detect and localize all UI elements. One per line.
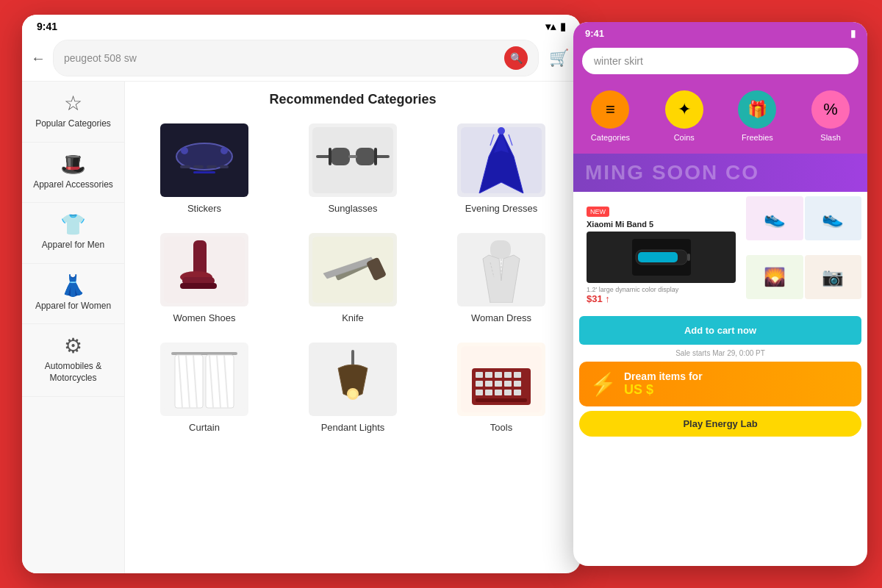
sidebar-item-men[interactable]: 👕 Apparel for Men	[22, 203, 124, 264]
sidebar-item-popular[interactable]: ☆ Popular Categories	[22, 82, 124, 143]
category-evening-dresses[interactable]: Evening Dresses	[428, 115, 575, 223]
svg-rect-58	[476, 381, 483, 387]
hat-icon: 🎩	[60, 154, 86, 175]
svg-rect-61	[504, 381, 512, 387]
svg-rect-4	[207, 165, 217, 168]
cart-icon[interactable]: 🛒	[546, 46, 572, 71]
curtain-image	[160, 343, 248, 416]
main-content: ☆ Popular Categories 🎩 Apparel Accessori…	[22, 82, 581, 573]
category-knife[interactable]: Knife	[279, 224, 426, 332]
svg-point-6	[181, 147, 188, 154]
percent-icon: %	[823, 100, 838, 119]
play-energy-btn[interactable]: Play Energy Lab	[579, 411, 861, 437]
sale-starts-text: Sale starts Mar 29, 0:00 PT	[573, 349, 867, 357]
category-women-shoes[interactable]: Women Shoes	[131, 224, 278, 332]
evening-dresses-image	[457, 123, 545, 197]
sunglasses-image	[309, 123, 397, 197]
right-battery: ▮	[850, 28, 856, 39]
right-time: 9:41	[585, 28, 604, 39]
svg-rect-38	[171, 352, 237, 355]
evening-dresses-label: Evening Dresses	[465, 203, 537, 214]
stickers-image	[160, 123, 248, 197]
pendant-lights-image	[309, 343, 397, 416]
sidebar-men-label: Apparel for Men	[42, 240, 104, 251]
search-input[interactable]: peugeot 508 sw	[64, 52, 498, 64]
left-phone: 9:41 ▾▴ ▮ ← peugeot 508 sw 🔍 🛒 ☆ Popular…	[22, 15, 581, 573]
freebies-circle: 🎁	[738, 90, 776, 129]
search-button[interactable]: 🔍	[504, 46, 528, 70]
search-row: ← peugeot 508 sw 🔍 🛒	[22, 35, 581, 82]
wifi-icon: ▾▴	[545, 21, 556, 32]
svg-rect-13	[356, 148, 375, 165]
lightning-icon: ⚡	[589, 371, 617, 397]
sidebar-accessories-label: Apparel Accessories	[33, 179, 113, 191]
sidebar-item-accessories[interactable]: 🎩 Apparel Accessories	[22, 143, 124, 204]
mini-product-3[interactable]: 🌄	[746, 255, 803, 299]
dress-icon: 👗	[60, 276, 86, 296]
dream-text: Dream items for US $	[624, 370, 703, 398]
coming-soon-banner: MING SOON CO	[573, 154, 867, 192]
svg-rect-33	[490, 240, 511, 259]
svg-rect-2	[180, 165, 190, 168]
mini-product-4[interactable]: 📷	[805, 255, 861, 299]
category-stickers[interactable]: Stickers	[131, 115, 278, 223]
search-icon: 🔍	[510, 52, 523, 64]
coins-icon: ✦	[678, 100, 691, 119]
product-image	[587, 232, 736, 283]
categories-label: Categories	[591, 133, 630, 142]
right-search-bar[interactable]: winter skirt	[573, 42, 867, 83]
star-icon: ☆	[64, 93, 82, 114]
product-badge: NEW	[587, 207, 609, 217]
status-icons: ▾▴ ▮	[545, 21, 566, 32]
svg-rect-12	[331, 148, 350, 165]
svg-point-20	[498, 127, 505, 135]
add-to-cart-button[interactable]: Add to cart now	[579, 316, 861, 345]
category-sunglasses[interactable]: Sunglasses	[279, 115, 426, 223]
icons-row: ≡ Categories ✦ Coins 🎁 Freebies % Slash	[573, 83, 867, 154]
product-grid-right: 👟 👟 🌄 📷	[746, 196, 861, 312]
right-search-input[interactable]: winter skirt	[582, 48, 858, 74]
svg-rect-3	[193, 165, 204, 168]
freebies-label: Freebies	[742, 133, 773, 142]
sidebar: ☆ Popular Categories 🎩 Apparel Accessori…	[22, 82, 125, 573]
slash-icon-btn[interactable]: % Slash	[811, 90, 850, 142]
mini-product-2[interactable]: 👟	[805, 196, 861, 240]
product-card-xiaomi[interactable]: NEW Xiaomi Mi Band 5 1.2' large dynamic …	[579, 196, 743, 312]
sidebar-item-auto[interactable]: ⚙ Automobiles & Motorcycles	[22, 324, 124, 396]
tools-label: Tools	[490, 422, 512, 433]
category-curtain[interactable]: Curtain	[131, 334, 278, 442]
sunglasses-label: Sunglasses	[328, 203, 377, 214]
svg-rect-72	[687, 254, 690, 261]
tools-image	[457, 343, 545, 416]
svg-rect-5	[220, 165, 229, 168]
battery-icon: ▮	[560, 21, 566, 32]
left-status-bar: 9:41 ▾▴ ▮	[22, 15, 581, 35]
svg-rect-9	[312, 127, 393, 193]
categories-icon: ≡	[606, 100, 615, 119]
back-button[interactable]: ←	[31, 50, 46, 67]
coins-icon-btn[interactable]: ✦ Coins	[665, 90, 703, 142]
svg-rect-16	[374, 148, 377, 165]
svg-rect-60	[495, 381, 502, 387]
pendant-lights-label: Pendant Lights	[321, 422, 385, 433]
category-pendant-lights[interactable]: Pendant Lights	[279, 334, 426, 442]
woman-dress-image	[457, 233, 545, 306]
women-shoes-label: Women Shoes	[173, 312, 235, 323]
slash-label: Slash	[820, 133, 841, 142]
dream-title: Dream items for	[624, 370, 703, 382]
category-woman-dress[interactable]: Woman Dress	[428, 224, 575, 332]
freebies-icon-btn[interactable]: 🎁 Freebies	[738, 90, 776, 142]
categories-icon-btn[interactable]: ≡ Categories	[591, 90, 630, 142]
svg-point-7	[220, 147, 228, 154]
svg-rect-55	[495, 372, 502, 378]
category-tools[interactable]: Tools	[428, 334, 575, 442]
svg-point-50	[349, 390, 356, 398]
search-input-wrap[interactable]: peugeot 508 sw 🔍	[53, 40, 539, 76]
sidebar-item-women[interactable]: 👗 Apparel for Women	[22, 264, 124, 325]
mini-product-1[interactable]: 👟	[746, 196, 803, 240]
categories-area: Recommended Categories	[125, 82, 581, 573]
tshirt-icon: 👕	[60, 215, 86, 235]
dream-banner: ⚡ Dream items for US $	[579, 362, 861, 406]
svg-rect-67	[514, 390, 521, 395]
coming-soon-text: MING SOON CO	[585, 161, 759, 184]
